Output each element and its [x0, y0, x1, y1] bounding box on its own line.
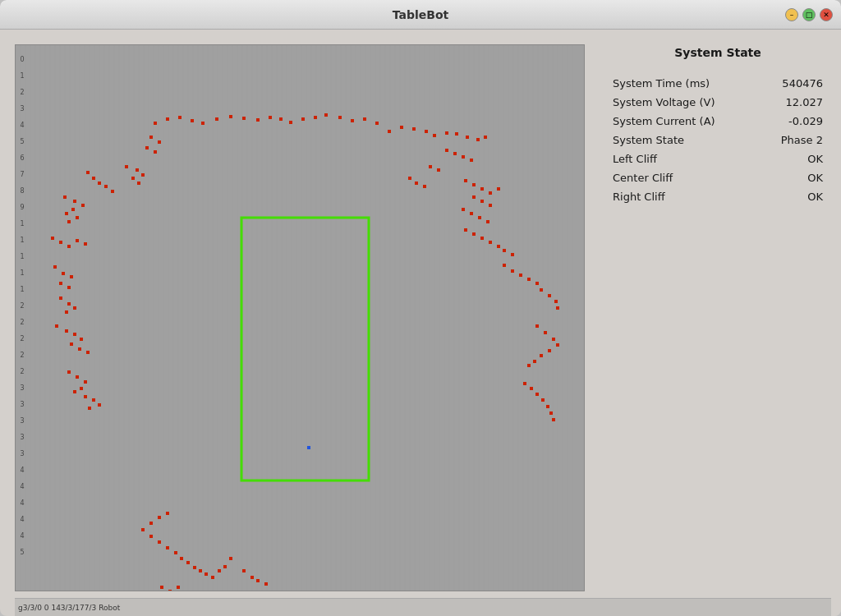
- svg-rect-259: [480, 237, 484, 240]
- svg-rect-214: [84, 380, 87, 384]
- svg-rect-223: [158, 540, 161, 544]
- svg-rect-160: [324, 113, 328, 117]
- svg-rect-241: [264, 582, 268, 586]
- svg-rect-247: [480, 187, 484, 191]
- svg-rect-293: [445, 149, 448, 152]
- svg-rect-197: [62, 272, 65, 275]
- svg-rect-165: [388, 130, 391, 133]
- svg-text:4: 4: [20, 532, 24, 540]
- svg-text:2: 2: [20, 352, 24, 359]
- state-label-0: System Time (ms): [611, 74, 728, 93]
- state-label-6: Right Cliff: [611, 187, 728, 206]
- svg-rect-215: [80, 387, 83, 390]
- svg-rect-186: [81, 204, 85, 207]
- svg-rect-296: [470, 159, 473, 162]
- visualization-canvas: 0123456789111112222233333444445: [16, 45, 584, 591]
- svg-rect-161: [338, 116, 342, 119]
- svg-rect-263: [511, 253, 514, 256]
- svg-rect-228: [193, 566, 196, 569]
- svg-rect-192: [59, 241, 62, 244]
- svg-rect-162: [351, 119, 354, 122]
- svg-rect-221: [141, 528, 145, 531]
- state-label-3: System State: [611, 131, 728, 149]
- svg-rect-203: [73, 306, 76, 310]
- close-button[interactable]: ✕: [820, 8, 833, 21]
- svg-rect-152: [229, 115, 232, 118]
- svg-rect-189: [76, 216, 79, 219]
- svg-rect-256: [486, 220, 489, 223]
- svg-rect-295: [462, 155, 465, 159]
- svg-rect-151: [215, 117, 218, 121]
- svg-rect-288: [86, 171, 90, 174]
- svg-text:4: 4: [20, 122, 24, 129]
- svg-rect-150: [201, 122, 205, 125]
- svg-text:9: 9: [20, 204, 24, 211]
- canvas-area: 0123456789111112222233333444445: [15, 44, 585, 591]
- svg-rect-230: [205, 572, 208, 576]
- svg-rect-287: [552, 418, 555, 421]
- svg-rect-219: [98, 403, 101, 407]
- svg-rect-254: [470, 212, 473, 215]
- state-value-1: 12.027: [728, 93, 825, 112]
- svg-rect-207: [73, 333, 76, 336]
- svg-rect-286: [549, 411, 553, 415]
- svg-rect-216: [73, 390, 76, 393]
- svg-rect-196: [53, 265, 57, 269]
- state-row-4: Left Cliff OK: [611, 149, 825, 168]
- state-label-4: Left Cliff: [611, 149, 728, 168]
- svg-rect-175: [149, 136, 153, 139]
- svg-rect-184: [63, 195, 67, 199]
- svg-rect-242: [160, 586, 163, 589]
- svg-rect-220: [88, 407, 91, 410]
- svg-rect-199: [59, 282, 62, 285]
- svg-rect-149: [191, 119, 194, 122]
- svg-rect-217: [84, 395, 87, 398]
- status-text: g3/3/0 0 143/3/177/3 Robot: [18, 604, 120, 612]
- svg-rect-146: [154, 122, 157, 125]
- svg-text:1: 1: [20, 72, 24, 80]
- svg-text:3: 3: [20, 384, 24, 392]
- svg-rect-300: [415, 182, 418, 185]
- svg-text:3: 3: [20, 450, 24, 457]
- svg-rect-265: [511, 269, 514, 273]
- svg-rect-163: [363, 117, 366, 121]
- state-row-0: System Time (ms) 540476: [611, 74, 825, 93]
- side-panel: System State System Time (ms) 540476 Sys…: [595, 30, 841, 616]
- svg-rect-181: [141, 173, 145, 177]
- svg-text:1: 1: [20, 269, 24, 277]
- state-value-6: OK: [728, 187, 825, 206]
- main-content: 0123456789111112222233333444445 System S…: [0, 30, 841, 616]
- svg-text:2: 2: [20, 368, 24, 375]
- svg-rect-211: [86, 351, 90, 354]
- maximize-button[interactable]: □: [802, 8, 816, 21]
- state-value-0: 540476: [728, 74, 825, 93]
- svg-rect-264: [503, 264, 506, 267]
- svg-rect-205: [55, 324, 58, 328]
- svg-rect-299: [408, 177, 411, 180]
- svg-rect-218: [92, 398, 95, 402]
- svg-rect-208: [80, 338, 83, 341]
- svg-text:8: 8: [20, 187, 24, 195]
- svg-rect-298: [437, 168, 440, 172]
- svg-rect-222: [149, 535, 153, 538]
- status-bar: g3/3/0 0 143/3/177/3 Robot: [15, 598, 831, 616]
- svg-rect-173: [476, 138, 480, 141]
- svg-rect-204: [65, 310, 68, 314]
- state-label-1: System Voltage (V): [611, 93, 728, 112]
- system-state-heading: System State: [611, 46, 825, 59]
- svg-rect-244: [177, 586, 180, 589]
- svg-rect-262: [503, 249, 506, 252]
- svg-rect-148: [178, 116, 182, 119]
- svg-rect-153: [242, 117, 246, 120]
- svg-rect-291: [104, 185, 108, 188]
- svg-rect-281: [523, 382, 526, 385]
- svg-rect-232: [218, 569, 221, 572]
- svg-rect-274: [544, 331, 547, 334]
- state-row-1: System Voltage (V) 12.027: [611, 93, 825, 112]
- minimize-button[interactable]: –: [785, 8, 798, 21]
- svg-rect-169: [433, 134, 436, 137]
- svg-rect-289: [92, 177, 95, 180]
- svg-rect-168: [425, 130, 428, 133]
- svg-rect-240: [256, 579, 260, 582]
- svg-rect-285: [546, 405, 549, 408]
